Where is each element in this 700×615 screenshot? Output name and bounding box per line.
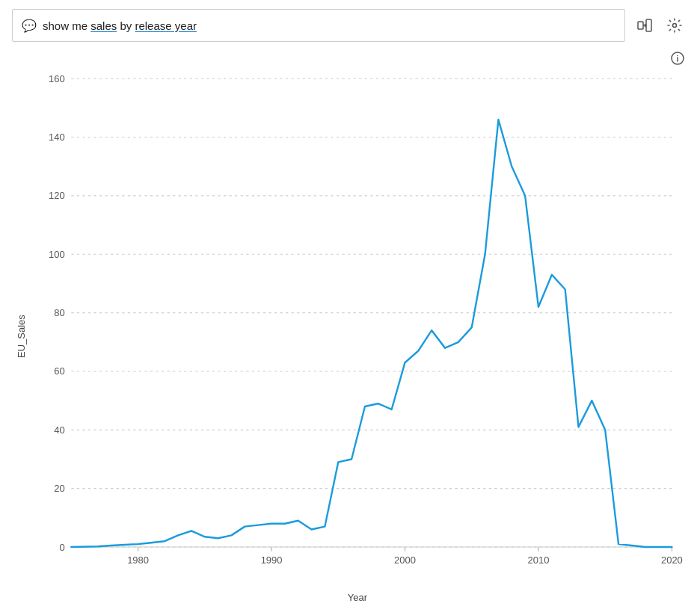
settings-button[interactable] [661,12,688,39]
svg-text:160: 160 [49,72,65,84]
svg-text:2010: 2010 [528,554,550,566]
toolbar-icons [631,12,688,39]
svg-text:100: 100 [49,249,65,260]
chart-svg-container: 0204060801001201401601980199020002010202… [27,70,688,589]
sales-keyword: sales [90,19,117,32]
line-chart: 0204060801001201401601980199020002010202… [27,70,688,589]
chart-inner: 0204060801001201401601980199020002010202… [27,70,688,603]
chart-area: EU_Sales 0204060801001201401601980199020… [12,70,688,603]
release-year-keyword: release year [135,19,197,32]
svg-text:1980: 1980 [127,554,149,566]
chat-icon: 💬 [22,19,37,33]
info-button[interactable] [667,48,688,69]
x-axis-label: Year [27,589,688,603]
svg-text:60: 60 [54,365,64,377]
svg-text:40: 40 [54,424,64,436]
svg-rect-0 [638,22,643,29]
svg-text:2020: 2020 [661,554,683,566]
svg-rect-1 [646,19,651,31]
info-icon-row [12,48,688,69]
svg-text:1990: 1990 [261,554,283,566]
search-text: show me sales by release year [43,19,197,32]
y-axis-label: EU_Sales [12,70,27,603]
svg-text:120: 120 [49,190,65,201]
svg-text:0: 0 [59,541,64,552]
svg-text:80: 80 [54,307,64,318]
svg-point-8 [677,55,678,57]
visual-switch-button[interactable] [631,12,658,39]
svg-text:2000: 2000 [394,554,416,566]
main-container: 💬 show me sales by release year [0,0,700,615]
search-box[interactable]: 💬 show me sales by release year [12,9,625,42]
svg-text:20: 20 [54,483,64,494]
svg-text:140: 140 [49,132,65,143]
svg-point-5 [673,24,677,28]
search-bar-row: 💬 show me sales by release year [12,9,688,42]
